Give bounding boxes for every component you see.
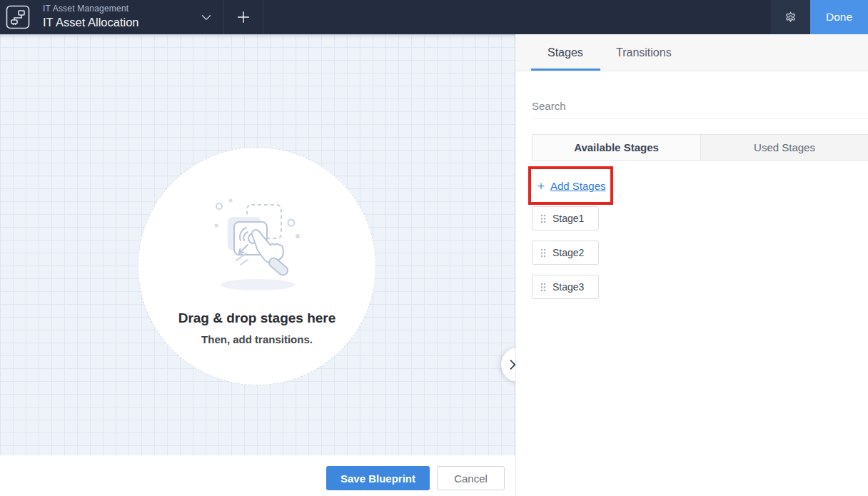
stage-chip[interactable]: Stage3 [532, 275, 599, 299]
settings-button[interactable] [771, 0, 810, 34]
add-blueprint-button[interactable] [223, 0, 263, 34]
stage-filter-tabs: Available Stages Used Stages [532, 134, 868, 161]
stage-chip[interactable]: Stage2 [532, 241, 599, 265]
done-button[interactable]: Done [810, 0, 868, 34]
blueprint-canvas[interactable]: Drag & drop stages here Then, add transi… [0, 34, 515, 455]
search-input[interactable] [532, 93, 868, 119]
tab-transitions[interactable]: Transitions [616, 34, 672, 71]
dropzone-subtitle: Then, add transitions. [138, 333, 375, 345]
drag-drop-illustration [193, 186, 322, 296]
tab-available-stages[interactable]: Available Stages [533, 135, 700, 160]
add-stages-highlight-box: + Add Stages [528, 166, 613, 205]
tab-stages[interactable]: Stages [547, 34, 583, 71]
topbar-divider [263, 0, 263, 34]
blueprint-app-icon [6, 5, 30, 29]
stage-chip-label: Stage2 [552, 247, 584, 258]
stage-chip[interactable]: Stage1 [532, 206, 599, 231]
gear-icon [784, 11, 797, 24]
dropzone-title: Drag & drop stages here [138, 310, 375, 326]
add-stages-link[interactable]: Add Stages [550, 180, 606, 192]
tab-used-stages[interactable]: Used Stages [700, 135, 868, 160]
stage-chip-label: Stage3 [552, 281, 584, 293]
dropzone-circle: Drag & drop stages here Then, add transi… [138, 147, 376, 385]
topbar: IT Asset Management IT Asset Allocation … [0, 0, 868, 34]
plus-icon [236, 9, 251, 25]
stages-panel: Stages Transitions Available Stages Used… [515, 34, 868, 496]
drag-handle-icon [540, 283, 546, 292]
drag-handle-icon [540, 214, 546, 223]
chevron-down-icon [198, 9, 214, 25]
app-name-label: IT Asset Management [43, 4, 139, 14]
save-blueprint-button[interactable]: Save Blueprint [326, 466, 430, 490]
panel-tabs-header: Stages Transitions [516, 34, 868, 71]
cancel-button[interactable]: Cancel [437, 466, 505, 490]
blueprint-title: IT Asset Allocation [43, 14, 139, 30]
available-stage-list: Stage1 Stage2 Stage3 [532, 206, 599, 309]
title-block: IT Asset Management IT Asset Allocation [43, 4, 139, 30]
stage-chip-label: Stage1 [552, 213, 584, 224]
blueprint-switcher-chevron[interactable] [194, 0, 218, 34]
active-tab-underline [531, 69, 600, 71]
plus-icon: + [538, 180, 545, 192]
drag-handle-icon [540, 248, 546, 258]
